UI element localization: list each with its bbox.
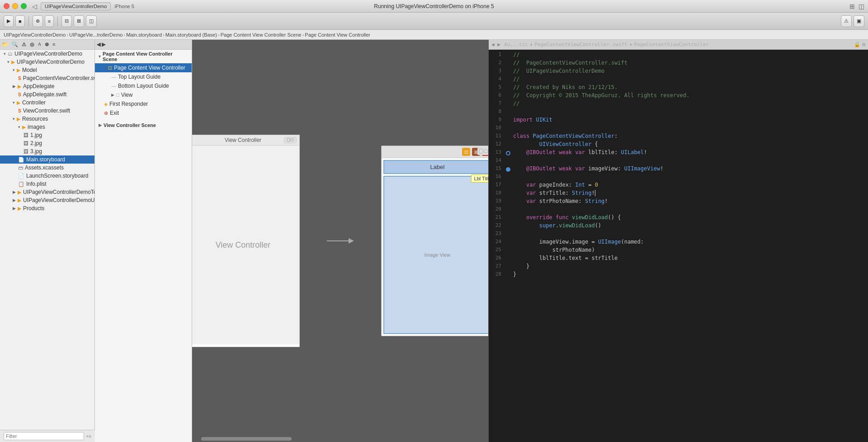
code-bc-1[interactable]: Au...tic bbox=[504, 42, 528, 47]
line-num: 6 bbox=[489, 92, 505, 100]
sidebar-item-group-main[interactable]: ▾ ▶ UIPageViewControllerDemo bbox=[0, 58, 94, 66]
nav-icon-warning[interactable]: ⚠ bbox=[22, 42, 26, 47]
sidebar-item-viewcontroller[interactable]: S ViewController.swift bbox=[0, 107, 94, 115]
folder-icon: ▶ bbox=[18, 84, 21, 89]
gutter bbox=[505, 198, 511, 206]
right-view-controller[interactable]: ⊡ ⊞ ✕ Label Lbl Title Image View bbox=[381, 146, 489, 336]
sidebar-item-pagecontentvc[interactable]: S PageContentViewController.swift bbox=[0, 74, 94, 82]
left-vc-title: View Controller bbox=[225, 137, 261, 143]
right-panel-toggle[interactable]: ▣ bbox=[854, 15, 864, 27]
gutter bbox=[505, 247, 511, 255]
sidebar-item-appdelegate[interactable]: S AppDelegate.swift bbox=[0, 90, 94, 99]
code-bc-3[interactable]: PageContentViewController bbox=[634, 42, 709, 47]
sidebar-item-img1[interactable]: 🖼 1.jpg bbox=[0, 131, 94, 139]
breadcrumb-item-2[interactable]: UIPageVie...trollerDemo bbox=[69, 32, 123, 38]
disclosure-icon: ▶ bbox=[13, 190, 16, 194]
panel-toggle-left[interactable]: ⊞ bbox=[849, 3, 855, 10]
sidebar-item-project[interactable]: ▾ 🗂 UIPageViewControllerDemo bbox=[0, 50, 94, 58]
split-icon[interactable]: ⊟ bbox=[862, 42, 865, 47]
sidebar-item-controller[interactable]: ▾ ▶ Controller bbox=[0, 99, 94, 107]
breadcrumb-item-5[interactable]: Page Content View Controller Scene bbox=[221, 32, 302, 38]
navigator-header: 📁 🔍 ⚠ ◎ ⑃ ⊕ ≡ bbox=[0, 40, 94, 50]
nav-icon-debug[interactable]: ⑃ bbox=[38, 42, 41, 47]
nav-icon-breakpoint[interactable]: ⊕ bbox=[45, 42, 49, 47]
sidebar-item-resources[interactable]: ▾ ▶ Resources bbox=[0, 115, 94, 123]
iphone-titlebar: ⊡ ⊞ ✕ bbox=[382, 146, 489, 158]
toolbar-device: iPhone 5 bbox=[114, 4, 134, 9]
left-view-controller[interactable]: View Controller View Controller bbox=[192, 135, 300, 347]
scrollbar-thumb[interactable] bbox=[201, 437, 292, 441]
close-button[interactable] bbox=[4, 3, 9, 9]
svg-marker-3 bbox=[349, 238, 354, 244]
breadcrumb-item-1[interactable]: UIPageViewControllerDemo bbox=[4, 32, 66, 38]
gutter bbox=[505, 100, 511, 108]
filter-input[interactable] bbox=[4, 432, 84, 440]
line-content: imageView.image = UIImage(named: bbox=[511, 239, 868, 247]
run-button[interactable]: ▶ bbox=[4, 15, 14, 27]
svg-rect-5 bbox=[484, 150, 488, 153]
code-bc-2[interactable]: PageContentViewController.swift bbox=[534, 42, 627, 47]
line-num: 19 bbox=[489, 198, 505, 206]
sidebar-item-mainstoryboard[interactable]: 📄 Main.storyboard bbox=[0, 155, 94, 164]
canvas-scrollbar[interactable] bbox=[192, 436, 488, 442]
scene-item-vcscene[interactable]: ▶ View Controller Scene bbox=[95, 121, 192, 129]
left-vc-body: View Controller bbox=[192, 146, 299, 344]
line-content: // Copyright © 2015 TheAppGuruz. All rig… bbox=[511, 92, 868, 100]
breadcrumb-item-3[interactable]: Main.storyboard bbox=[126, 32, 162, 38]
assistant-button[interactable]: ◫ bbox=[86, 15, 97, 27]
gutter bbox=[505, 190, 511, 198]
scene-item-view[interactable]: ▶ □ View bbox=[95, 90, 192, 99]
scene-item-bottomlayout[interactable]: — Bottom Layout Guide bbox=[95, 81, 192, 90]
bottomlayout-label: Bottom Layout Guide bbox=[118, 83, 169, 89]
toolbar-back-icon[interactable]: ◁ bbox=[32, 3, 37, 10]
panel-toggle-right[interactable]: ◫ bbox=[859, 3, 864, 10]
minimize-button[interactable] bbox=[12, 3, 18, 9]
warning-button[interactable]: ⚠ bbox=[841, 15, 852, 27]
line-num: 3 bbox=[489, 68, 505, 76]
sidebar-item-infoplist[interactable]: 📋 Info.plist bbox=[0, 180, 94, 188]
gutter bbox=[505, 182, 511, 190]
scene-item-vc[interactable]: ▾ ⊡ Page Content View Controller bbox=[95, 63, 192, 72]
line-content: } bbox=[511, 263, 868, 271]
line-content bbox=[511, 230, 868, 239]
breadcrumb-item-6[interactable]: Page Content View Controller bbox=[305, 32, 370, 38]
stop-button[interactable]: ■ bbox=[15, 15, 25, 27]
line-num: 24 bbox=[489, 239, 505, 247]
scheme-button[interactable]: ≡ bbox=[45, 15, 54, 27]
line-content: @IBOutlet weak var imageView: UIImageVie… bbox=[511, 165, 868, 174]
scene-item-exit[interactable]: ⊗ Exit bbox=[95, 108, 192, 118]
sidebar-item-appdelegate-group[interactable]: ▶ ▶ AppDelegate bbox=[0, 82, 94, 90]
maximize-button[interactable] bbox=[21, 3, 27, 9]
line-num: 8 bbox=[489, 108, 505, 117]
nav-icon-test[interactable]: ◎ bbox=[30, 42, 34, 47]
scene-item-firstresponder[interactable]: ◈ First Responder bbox=[95, 99, 192, 108]
folder-icon: ▶ bbox=[17, 67, 20, 73]
canvas-area[interactable]: View Controller View Controller bbox=[192, 40, 488, 442]
nav-arrows[interactable]: ◀ ▶ bbox=[491, 42, 500, 47]
sidebar-item-model[interactable]: ▾ ▶ Model bbox=[0, 66, 94, 74]
sidebar-item-images[interactable]: ▾ ▶ images bbox=[0, 123, 94, 131]
gutter bbox=[505, 206, 511, 214]
scene-item-toplayout[interactable]: — Top Layout Guide bbox=[95, 72, 192, 81]
view-toggle-button[interactable]: ⊟ bbox=[61, 15, 72, 27]
sidebar-item-tests[interactable]: ▶ ▶ UIPageViewControllerDemoTests bbox=[0, 188, 94, 196]
nav-icon-folder[interactable]: 📁 bbox=[2, 42, 8, 47]
sidebar-item-assets[interactable]: 🗃 Assets.xcassets bbox=[0, 164, 94, 172]
scene-item-scene[interactable]: ▾ Page Content View Controller Scene bbox=[95, 50, 192, 63]
breakpoint-button[interactable]: ⊕ bbox=[33, 15, 43, 27]
gutter bbox=[505, 230, 511, 239]
editor-toggle-button[interactable]: ⊠ bbox=[74, 15, 84, 27]
sidebar-item-launchscreen[interactable]: 📄 LaunchScreen.storyboard bbox=[0, 172, 94, 180]
sidebar-item-img3[interactable]: 🖼 3.jpg bbox=[0, 147, 94, 155]
line-content: override func viewDidLoad() { bbox=[511, 214, 868, 222]
nav-icon-search[interactable]: 🔍 bbox=[12, 42, 18, 47]
sidebar-item-uitests[interactable]: ▶ ▶ UIPageViewControllerDemoUITests bbox=[0, 196, 94, 204]
line-content: // PageContentViewController.swift bbox=[511, 60, 868, 68]
nav-icon-log[interactable]: ≡ bbox=[52, 42, 55, 47]
sidebar-item-products[interactable]: ▶ ▶ Products bbox=[0, 204, 94, 212]
iphone-body: Label Lbl Title Image View bbox=[382, 160, 489, 334]
breadcrumb-item-4[interactable]: Main.storyboard (Base) bbox=[165, 32, 217, 38]
line-content bbox=[511, 125, 868, 133]
code-line-7: 7 // bbox=[489, 100, 868, 108]
sidebar-item-img2[interactable]: 🖼 2.jpg bbox=[0, 139, 94, 147]
